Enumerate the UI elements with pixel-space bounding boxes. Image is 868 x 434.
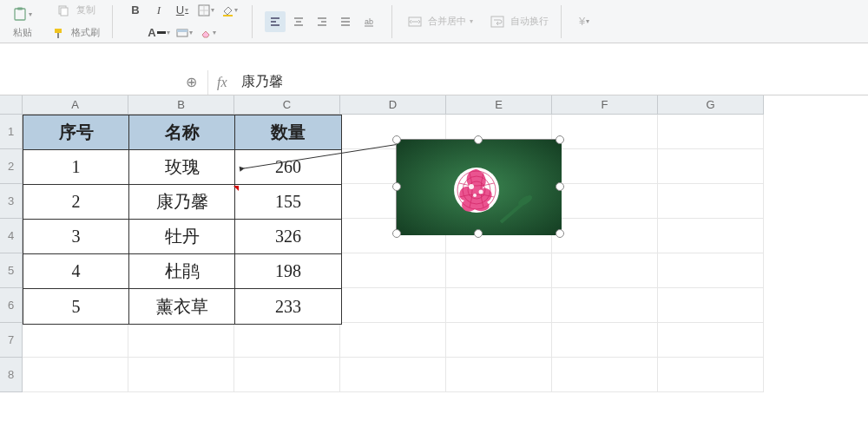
cell[interactable] [658, 219, 764, 253]
cell[interactable] [658, 358, 764, 392]
row-header[interactable]: 3 [0, 184, 23, 219]
cell[interactable] [23, 358, 128, 392]
cell[interactable] [552, 323, 658, 358]
formula-input[interactable] [236, 75, 868, 90]
resize-handle[interactable] [392, 182, 401, 191]
row-header[interactable]: 8 [0, 358, 23, 392]
copy-button[interactable] [53, 0, 74, 21]
table-cell[interactable]: 198 [235, 254, 341, 289]
cell[interactable] [552, 219, 658, 253]
fill-color-button[interactable]: ▾ [219, 0, 240, 21]
cell[interactable] [552, 358, 658, 392]
cell[interactable] [658, 149, 764, 184]
column-header[interactable]: D [340, 95, 446, 115]
table-cell[interactable]: 牡丹 [129, 220, 235, 254]
cell[interactable] [340, 323, 446, 358]
table-cell[interactable]: 155 [235, 185, 341, 220]
underline-button[interactable]: U▾ [172, 0, 193, 21]
floating-image[interactable] [396, 139, 561, 234]
column-header[interactable]: F [552, 95, 658, 115]
table-cell[interactable]: 4 [23, 254, 129, 289]
column-header[interactable]: A [23, 95, 128, 115]
font-color-button[interactable]: A▾ [146, 23, 171, 43]
format-painter-button[interactable] [48, 23, 69, 43]
borders-button[interactable]: ▾ [195, 0, 216, 21]
cell[interactable] [340, 253, 446, 288]
column-header[interactable]: G [658, 95, 764, 115]
bold-button[interactable]: B [125, 0, 146, 21]
column-header[interactable]: C [234, 95, 340, 115]
paste-button[interactable]: ▾ [10, 3, 34, 24]
cell[interactable] [658, 288, 764, 323]
resize-handle[interactable] [556, 135, 564, 144]
cell[interactable] [446, 358, 552, 392]
align-right-button[interactable] [312, 11, 332, 32]
resize-handle[interactable] [392, 135, 401, 144]
column-header[interactable]: E [446, 95, 552, 115]
table-cell[interactable]: 康乃馨 [129, 185, 235, 220]
table-cell[interactable]: 薰衣草 [129, 289, 235, 324]
row-header[interactable]: 1 [0, 115, 23, 149]
cell[interactable] [446, 323, 552, 358]
cell[interactable] [658, 184, 764, 219]
chevron-down-icon: ▾ [29, 10, 32, 18]
cell[interactable] [446, 253, 552, 288]
select-all-corner[interactable] [0, 95, 23, 115]
cell[interactable] [234, 323, 340, 358]
merge-center-label: 合并居中 [428, 15, 466, 28]
cell[interactable] [23, 323, 128, 358]
wrap-text-button[interactable] [487, 11, 508, 32]
cell[interactable] [128, 323, 234, 358]
cell[interactable] [552, 253, 658, 288]
table-row: 3牡丹326 [23, 220, 341, 254]
cell[interactable] [658, 323, 764, 358]
cell[interactable] [128, 358, 234, 392]
cell[interactable] [658, 253, 764, 288]
cell[interactable] [552, 115, 658, 149]
currency-button[interactable]: ¥▾ [574, 11, 595, 32]
clear-button[interactable]: ▾ [198, 23, 219, 43]
table-cell[interactable]: 杜鹃 [129, 254, 235, 289]
cell[interactable] [234, 358, 340, 392]
table-cell[interactable]: 233 [235, 289, 341, 324]
cell[interactable] [552, 184, 658, 219]
align-center-button[interactable] [288, 11, 309, 32]
table-cell[interactable]: 5 [23, 289, 129, 324]
cell[interactable] [340, 288, 446, 323]
resize-handle[interactable] [474, 229, 483, 238]
table-header-cell[interactable]: 序号 [23, 115, 129, 150]
merge-center-button[interactable] [404, 11, 425, 32]
name-box[interactable]: ⊕ [0, 70, 208, 95]
row-header[interactable]: 5 [0, 253, 23, 288]
row-header[interactable]: 4 [0, 219, 23, 253]
table-cell[interactable]: 1 [23, 150, 129, 185]
table-cell[interactable]: 玫瑰 [129, 150, 235, 185]
resize-handle[interactable] [474, 135, 483, 144]
table-cell[interactable]: 260 [235, 150, 341, 185]
table-header-cell[interactable]: 名称 [129, 115, 235, 150]
table-cell[interactable]: 3 [23, 220, 129, 254]
align-left-button[interactable] [265, 11, 286, 32]
row-header[interactable]: 6 [0, 288, 23, 323]
resize-handle[interactable] [556, 229, 564, 238]
cell[interactable] [552, 288, 658, 323]
resize-handle[interactable] [392, 229, 401, 238]
resize-handle[interactable] [556, 182, 564, 191]
cell[interactable] [658, 115, 764, 149]
cell[interactable] [446, 288, 552, 323]
comment-indicator-icon[interactable] [233, 186, 239, 191]
table-cell[interactable]: 2 [23, 185, 129, 220]
cell[interactable] [340, 358, 446, 392]
table-cell[interactable]: 326 [235, 220, 341, 254]
italic-button[interactable]: I [148, 0, 169, 21]
svg-rect-4 [55, 29, 62, 33]
align-justify-button[interactable] [335, 11, 356, 32]
cell-styles-button[interactable]: ▾ [174, 23, 195, 43]
column-header[interactable]: B [128, 95, 234, 115]
row-header[interactable]: 2 [0, 149, 23, 184]
row-header[interactable]: 7 [0, 323, 23, 358]
orientation-button[interactable]: ab [358, 11, 379, 32]
cell[interactable] [552, 149, 658, 184]
table-header-cell[interactable]: 数量 [235, 115, 341, 150]
fx-label[interactable]: fx [217, 75, 227, 90]
